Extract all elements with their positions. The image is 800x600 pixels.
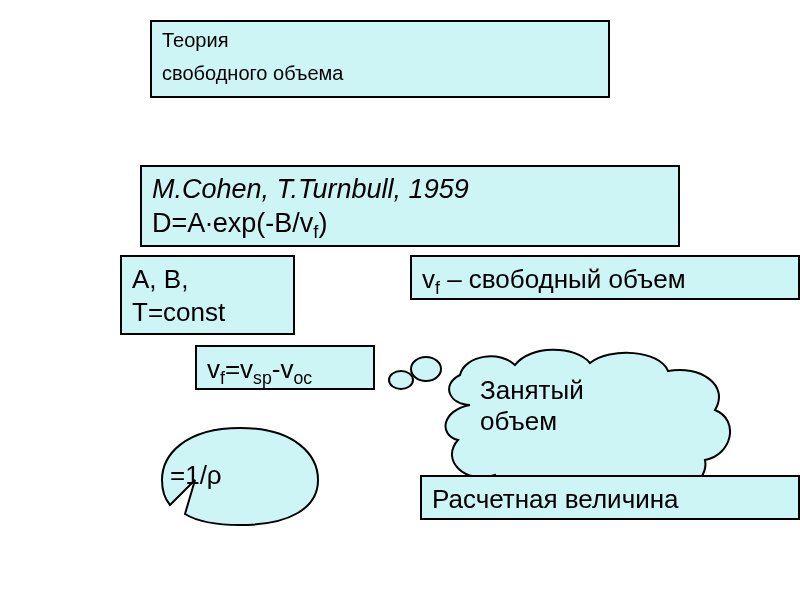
vfeq-s3: oc [293, 368, 312, 388]
calc-box: Расчетная величина [420, 475, 800, 520]
free-volume-box: vf – свободный объем [410, 255, 800, 300]
vf-equation-box: vf=vsp-voc [195, 345, 375, 390]
eq-mid: -B/v [265, 208, 313, 238]
vfeq-p3: -v [272, 354, 294, 384]
vfeq-s2: sp [253, 368, 272, 388]
authors-box: M.Cohen, T.Turnbull, 1959 D=A·exp(-B/vf) [140, 165, 680, 247]
vfeq-p1: v [207, 354, 220, 384]
title-box: Теория свободного объема [150, 20, 610, 98]
ab-line1: A, B, [132, 263, 283, 296]
vfeq-p2: =v [225, 354, 253, 384]
cloud-line2: объем [480, 406, 584, 437]
diagram-canvas: Теория свободного объема M.Cohen, T.Turn… [0, 0, 800, 600]
equation-D: D=A·exp(-B/vf) [152, 207, 668, 241]
constants-box: A, B, T=const [120, 255, 295, 335]
calc-text: Расчетная величина [432, 484, 679, 514]
cloud-line1: Занятый [480, 375, 584, 406]
title-line1: Теория [162, 28, 598, 53]
title-line2: свободного объема [162, 61, 598, 86]
authors-line: M.Cohen, T.Turnbull, 1959 [152, 173, 668, 207]
vf-v: v [422, 264, 435, 294]
vf-rest: – свободный объем [440, 264, 686, 294]
speech-text: =1/ρ [170, 460, 222, 491]
ab-line2: T=const [132, 296, 283, 329]
cloud-text: Занятый объем [480, 375, 584, 437]
speech-bubble: =1/ρ [140, 410, 340, 540]
eq-suffix: ) [318, 208, 327, 238]
eq-prefix: D=A·exp( [152, 208, 265, 238]
